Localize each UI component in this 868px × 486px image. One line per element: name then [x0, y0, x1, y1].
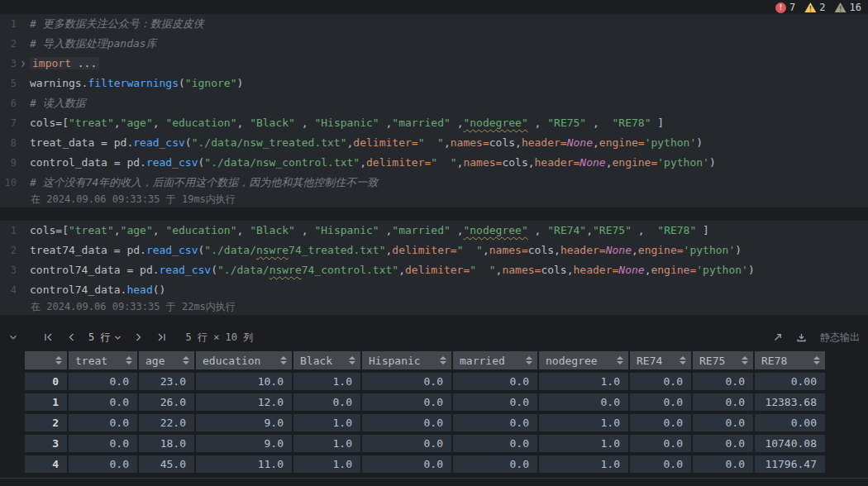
table-cell[interactable]: 26.0 [139, 393, 194, 411]
code-line[interactable]: 9control_data = pd.read_csv("./data/nsw_… [0, 153, 868, 173]
table-cell[interactable]: 45.0 [139, 455, 194, 473]
sort-icon[interactable] [280, 356, 287, 364]
column-header-treat[interactable]: treat [69, 351, 137, 369]
table-cell[interactable]: 0.0 [630, 455, 691, 473]
table-cell[interactable]: 0.0 [362, 393, 451, 411]
table-cell[interactable]: 0.0 [69, 393, 137, 411]
column-header-Black[interactable]: Black [293, 351, 360, 369]
table-cell[interactable]: 0.0 [293, 393, 360, 411]
table-cell[interactable]: 9.0 [196, 414, 292, 431]
sort-icon[interactable] [349, 356, 355, 364]
table-cell[interactable]: 0.0 [362, 435, 451, 452]
row-index[interactable]: 1 [25, 393, 67, 411]
sort-icon[interactable] [126, 356, 132, 364]
table-cell[interactable]: 10740.08 [755, 435, 825, 452]
column-header-education[interactable]: education [196, 351, 292, 369]
collapse-output-icon[interactable] [8, 332, 18, 342]
inspection-widget[interactable]: ! 7 ! 2 ! 16 [775, 2, 861, 13]
table-cell[interactable]: 0.0 [693, 373, 753, 390]
table-cell[interactable]: 0.0 [453, 435, 537, 452]
code-line[interactable]: 4control74_data.head() [0, 280, 868, 300]
table-cell[interactable]: 0.0 [69, 455, 137, 473]
code-line[interactable]: 1cols=["treat","age", "education", "Blac… [0, 221, 868, 241]
row-index[interactable]: 4 [25, 455, 67, 473]
table-cell[interactable]: 1.0 [539, 373, 628, 390]
table-cell[interactable]: 0.0 [630, 373, 691, 390]
warning-badge[interactable]: ! 2 [804, 2, 825, 13]
table-cell[interactable]: 0.0 [539, 393, 628, 411]
table-cell[interactable]: 0.0 [362, 414, 451, 431]
code-line[interactable]: 8treat_data = pd.read_csv("./data/nsw_tr… [0, 133, 868, 153]
weak-warning-badge[interactable]: ! 16 [835, 2, 861, 13]
table-cell[interactable]: 0.0 [693, 435, 753, 452]
static-output-link[interactable]: 静态输出 [820, 331, 860, 345]
code-line[interactable]: 3control74_data = pd.read_csv("./data/ns… [0, 260, 868, 280]
table-cell[interactable]: 0.00 [755, 414, 825, 431]
table-cell[interactable]: 1.0 [293, 414, 360, 431]
row-index[interactable]: 0 [25, 373, 67, 390]
column-header-nodegree[interactable]: nodegree [539, 351, 628, 369]
table-cell[interactable]: 1.0 [539, 414, 628, 431]
fold-arrow-icon[interactable]: ❯ [17, 54, 30, 74]
table-cell[interactable]: 0.0 [693, 455, 753, 473]
table-cell[interactable]: 1.0 [539, 455, 628, 473]
table-cell[interactable]: 11796.47 [755, 455, 825, 473]
table-cell[interactable]: 12383.68 [755, 393, 825, 411]
table-cell[interactable]: 1.0 [539, 435, 628, 452]
table-cell[interactable]: 0.0 [453, 393, 537, 411]
code-cell-2[interactable]: 1cols=["treat","age", "education", "Blac… [0, 221, 868, 315]
table-cell[interactable]: 0.0 [630, 435, 691, 452]
table-cell[interactable]: 18.0 [139, 435, 194, 452]
code-line[interactable]: 10# 这个没有74年的收入，后面不用这个数据，因为他和其他控制住不一致 [0, 173, 868, 193]
first-page-button[interactable] [43, 332, 54, 342]
table-cell[interactable]: 0.0 [453, 373, 537, 390]
table-cell[interactable]: 1.0 [293, 455, 360, 473]
table-cell[interactable]: 11.0 [196, 455, 292, 473]
sort-icon[interactable] [440, 356, 446, 364]
code-cell-1[interactable]: 1# 更多数据关注公众号：数据皮皮侠2# 导入数据处理pandas库3❯impo… [0, 14, 868, 207]
code-line[interactable]: 5warnings.filterwarnings("ignore") [0, 74, 868, 93]
table-cell[interactable]: 0.00 [755, 373, 825, 390]
column-header-married[interactable]: married [453, 351, 537, 369]
table-cell[interactable]: 0.0 [69, 414, 137, 431]
table-cell[interactable]: 1.0 [293, 435, 360, 452]
column-header-Hispanic[interactable]: Hispanic [362, 351, 451, 369]
table-cell[interactable]: 0.0 [362, 455, 451, 473]
code-line[interactable]: 2treat74_data = pd.read_csv("./data/nswr… [0, 241, 868, 260]
sort-icon[interactable] [617, 356, 623, 364]
code-line[interactable]: 6# 读入数据 [0, 93, 868, 113]
table-cell[interactable]: 0.0 [453, 455, 537, 473]
table-cell[interactable]: 0.0 [693, 414, 753, 431]
table-cell[interactable]: 0.0 [362, 373, 451, 390]
table-cell[interactable]: 22.0 [139, 414, 194, 431]
row-index[interactable]: 3 [25, 435, 67, 452]
code-line[interactable]: 7cols=["treat","age", "education", "Blac… [0, 113, 868, 133]
code-line[interactable]: 3❯import ... [0, 54, 868, 74]
code-line[interactable]: 1# 更多数据关注公众号：数据皮皮侠 [0, 14, 868, 34]
sort-icon[interactable] [183, 356, 189, 364]
table-cell[interactable]: 0.0 [69, 435, 137, 452]
sort-icon[interactable] [742, 356, 748, 364]
table-cell[interactable]: 0.0 [630, 414, 691, 431]
previous-page-button[interactable] [67, 332, 75, 342]
sort-icon[interactable] [813, 356, 820, 364]
column-header-age[interactable]: age [139, 351, 194, 369]
table-cell[interactable]: 0.0 [693, 393, 753, 411]
download-icon[interactable] [796, 332, 807, 343]
code-line[interactable]: 2# 导入数据处理pandas库 [0, 34, 868, 54]
column-header-RE78[interactable]: RE78 [755, 351, 825, 369]
sort-icon[interactable] [680, 356, 686, 364]
page-size-dropdown[interactable]: 5 行 [88, 331, 122, 345]
sort-icon[interactable] [526, 356, 532, 364]
index-column-header[interactable] [25, 351, 67, 369]
error-badge[interactable]: ! 7 [775, 2, 795, 13]
table-cell[interactable]: 1.0 [293, 373, 360, 390]
table-cell[interactable]: 23.0 [139, 373, 194, 390]
next-page-button[interactable] [135, 332, 143, 342]
last-page-button[interactable] [156, 332, 167, 342]
table-cell[interactable]: 12.0 [196, 393, 292, 411]
table-cell[interactable]: 0.0 [630, 393, 691, 411]
table-cell[interactable]: 10.0 [196, 373, 292, 390]
row-index[interactable]: 2 [25, 414, 67, 431]
sort-icon[interactable] [55, 356, 62, 364]
